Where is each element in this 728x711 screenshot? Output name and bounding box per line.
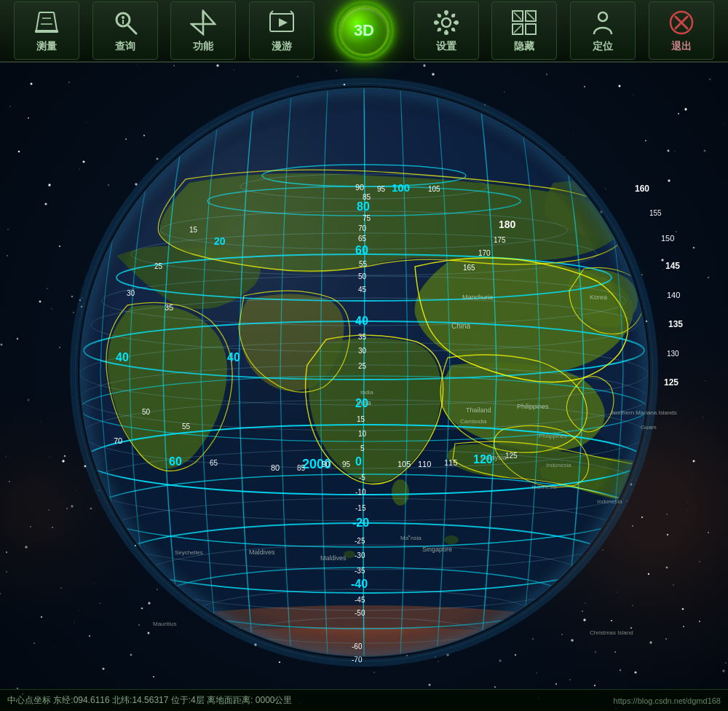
svg-text:95: 95 xyxy=(377,185,386,193)
svg-marker-13 xyxy=(279,18,288,27)
svg-text:-40: -40 xyxy=(351,578,368,590)
svg-text:150: 150 xyxy=(661,234,674,243)
svg-text:25: 25 xyxy=(358,362,367,370)
svg-text:-25: -25 xyxy=(355,537,365,545)
svg-text:Indonesia: Indonesia xyxy=(546,462,571,468)
function-icon xyxy=(189,8,218,37)
svg-text:140: 140 xyxy=(667,291,680,299)
toolbar-item-locate[interactable]: 定位 xyxy=(570,1,636,60)
svg-point-16 xyxy=(442,18,451,27)
svg-text:Philippines: Philippines xyxy=(539,433,567,439)
svg-text:105: 105 xyxy=(428,185,440,193)
svg-text:India: India xyxy=(360,389,373,396)
svg-text:50: 50 xyxy=(358,272,367,280)
svg-point-32 xyxy=(438,28,441,31)
svg-text:60: 60 xyxy=(355,244,368,256)
svg-text:65: 65 xyxy=(210,459,218,467)
svg-line-38 xyxy=(527,12,534,20)
svg-text:40: 40 xyxy=(116,351,129,364)
svg-text:Indonesia: Indonesia xyxy=(531,484,557,490)
svg-text:120: 120 xyxy=(473,453,493,466)
svg-point-30 xyxy=(451,28,455,31)
svg-text:-15: -15 xyxy=(355,504,366,512)
svg-text:170: 170 xyxy=(478,249,491,257)
svg-text:90: 90 xyxy=(355,183,364,192)
svg-text:5: 5 xyxy=(360,444,365,452)
query-icon xyxy=(111,8,140,37)
svg-text:160: 160 xyxy=(635,184,649,194)
svg-line-37 xyxy=(514,12,521,20)
roam-label: 漫游 xyxy=(272,40,292,53)
toolbar-item-query[interactable]: 查询 xyxy=(92,1,158,60)
svg-text:40: 40 xyxy=(227,351,240,364)
svg-text:125: 125 xyxy=(505,452,518,460)
svg-text:135: 135 xyxy=(668,319,683,329)
svg-text:-10: -10 xyxy=(355,488,366,496)
exit-label: 退出 xyxy=(671,40,692,53)
svg-text:Singapore: Singapore xyxy=(422,546,452,553)
toolbar-item-roam[interactable]: 漫游 xyxy=(249,1,314,60)
btn-3d-button[interactable]: 3D xyxy=(339,5,389,56)
svg-text:55: 55 xyxy=(359,260,368,268)
svg-point-8 xyxy=(122,16,124,19)
svg-line-7 xyxy=(127,25,136,34)
function-label: 功能 xyxy=(193,40,213,53)
locate-label: 定位 xyxy=(593,40,613,53)
svg-point-28 xyxy=(454,20,459,25)
svg-text:15: 15 xyxy=(357,415,365,423)
svg-text:75: 75 xyxy=(363,214,371,222)
svg-text:Mauritius: Mauritius xyxy=(153,621,176,627)
svg-point-31 xyxy=(451,14,455,17)
svg-text:-20: -20 xyxy=(352,516,369,529)
svg-text:15: 15 xyxy=(189,226,198,234)
svg-text:115: 115 xyxy=(444,458,457,467)
svg-text:80: 80 xyxy=(271,463,280,472)
svg-text:Philippines: Philippines xyxy=(517,403,549,410)
svg-text:20: 20 xyxy=(355,397,368,409)
btn-3d-label: 3D xyxy=(354,21,374,40)
svg-point-29 xyxy=(438,14,441,17)
svg-text:35: 35 xyxy=(358,333,367,341)
svg-text:-50: -50 xyxy=(355,609,365,617)
svg-text:30: 30 xyxy=(127,289,135,297)
svg-point-25 xyxy=(444,10,448,15)
svg-text:145: 145 xyxy=(665,261,680,271)
toolbar-item-function[interactable]: 功能 xyxy=(170,1,236,60)
svg-text:25: 25 xyxy=(154,262,163,270)
toolbar-item-3d[interactable]: 3D xyxy=(328,5,400,56)
toolbar-item-exit[interactable]: 退出 xyxy=(649,1,714,60)
svg-text:20: 20 xyxy=(214,235,226,247)
toolbar-item-measure[interactable]: 测量 xyxy=(14,1,79,60)
svg-rect-36 xyxy=(526,24,536,34)
status-url: https://blog.csdn.net/dgmd168 xyxy=(614,696,721,705)
settings-icon xyxy=(432,8,461,37)
svg-text:-35: -35 xyxy=(355,567,365,575)
svg-text:0: 0 xyxy=(355,455,362,468)
toolbar-item-settings[interactable]: 设置 xyxy=(414,1,479,60)
svg-text:175: 175 xyxy=(494,236,506,244)
svg-text:165: 165 xyxy=(463,264,475,272)
svg-text:Korea: Korea xyxy=(590,294,607,301)
svg-text:180: 180 xyxy=(499,219,516,230)
svg-point-27 xyxy=(434,20,438,25)
globe-svg: China Manchuria Korea Philippines Thaila… xyxy=(44,74,684,678)
svg-text:-5: -5 xyxy=(359,474,365,482)
settings-label: 设置 xyxy=(436,40,456,53)
svg-text:155: 155 xyxy=(649,209,662,217)
globe-wrapper[interactable]: China Manchuria Korea Philippines Thaila… xyxy=(44,74,684,678)
svg-text:Christmas Island: Christmas Island xyxy=(590,629,633,636)
toolbar-item-hide[interactable]: 隐藏 xyxy=(491,1,557,60)
svg-text:125: 125 xyxy=(664,377,678,388)
svg-text:45: 45 xyxy=(358,286,367,294)
measure-label: 测量 xyxy=(36,40,57,53)
svg-text:Thailand: Thailand xyxy=(466,406,491,414)
svg-line-1 xyxy=(36,12,39,30)
svg-text:70: 70 xyxy=(114,436,122,445)
svg-text:100: 100 xyxy=(392,181,410,194)
svg-text:40: 40 xyxy=(355,315,368,327)
svg-text:130: 130 xyxy=(667,350,679,358)
svg-point-40 xyxy=(598,12,607,21)
svg-text:-60: -60 xyxy=(352,643,363,651)
svg-text:10: 10 xyxy=(358,430,367,438)
svg-text:50: 50 xyxy=(142,408,151,416)
